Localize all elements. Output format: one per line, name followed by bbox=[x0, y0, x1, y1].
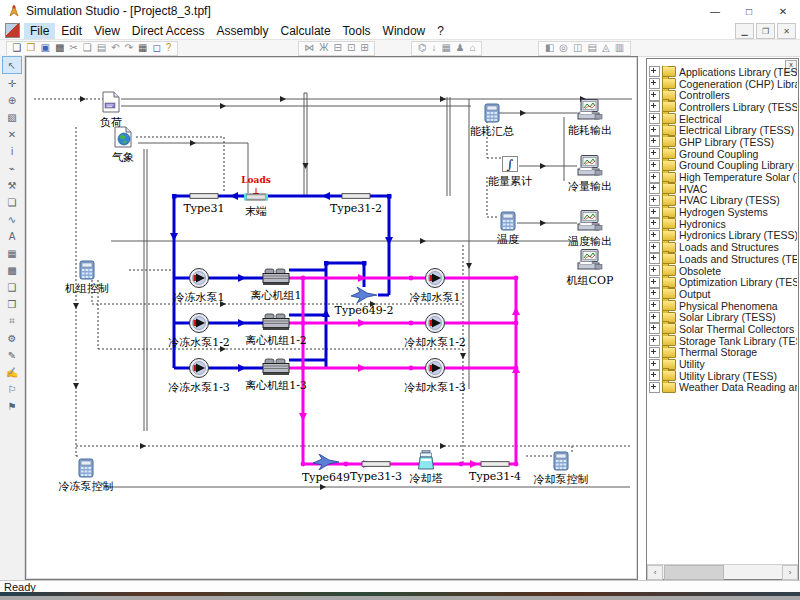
library-tree-item[interactable]: High Temperature Solar (TESS) bbox=[649, 171, 797, 183]
paste-icon[interactable]: ▤ bbox=[94, 42, 108, 54]
library-tree-item[interactable]: Physical Phenomena bbox=[649, 300, 797, 312]
expand-icon[interactable] bbox=[649, 136, 660, 147]
scroll-right-icon[interactable]: › bbox=[782, 565, 798, 580]
print-preview-icon[interactable]: ◻ bbox=[150, 42, 163, 54]
library-tree-item[interactable]: Electrical Library (TESS) bbox=[649, 124, 797, 136]
connection-tool-icon[interactable]: ∿ bbox=[3, 211, 21, 227]
open-icon[interactable]: ❒ bbox=[24, 42, 38, 54]
library-tree-item[interactable]: Obsolete bbox=[649, 265, 797, 277]
delete-tool-icon[interactable]: ✕ bbox=[3, 126, 21, 142]
tile-view-icon[interactable]: ⊞ bbox=[358, 42, 371, 54]
expand-icon[interactable] bbox=[649, 323, 660, 334]
expand-icon[interactable] bbox=[649, 242, 660, 253]
library-tree-item[interactable]: Applications Library (TESS) bbox=[649, 66, 797, 78]
mdi-restore-button[interactable]: ❐ bbox=[756, 23, 775, 39]
library-tree-item[interactable]: Utility bbox=[649, 358, 797, 370]
menu-window[interactable]: Window bbox=[377, 23, 432, 39]
expand-icon[interactable] bbox=[649, 335, 660, 346]
new-icon[interactable]: ❑ bbox=[10, 42, 24, 54]
paste-layer-tool-icon[interactable]: ❒ bbox=[3, 296, 21, 312]
library-tree-item[interactable]: Electrical bbox=[649, 113, 797, 125]
snapshot-icon[interactable]: ⌂ bbox=[467, 42, 478, 54]
expand-icon[interactable] bbox=[649, 207, 660, 218]
menu-file[interactable]: File bbox=[24, 23, 55, 39]
flag-on-tool-icon[interactable]: ⚑ bbox=[3, 398, 21, 414]
flag-off-tool-icon[interactable]: ⚐ bbox=[3, 381, 21, 397]
menu-view[interactable]: View bbox=[88, 23, 126, 39]
maximize-button[interactable]: □ bbox=[732, 0, 766, 22]
output-manager-icon[interactable]: ◧ bbox=[542, 42, 556, 54]
library-tree-item[interactable]: Utility Library (TESS) bbox=[649, 370, 797, 382]
menu-?[interactable]: ? bbox=[431, 23, 450, 39]
library-tree-item[interactable]: Loads and Structures bbox=[649, 241, 797, 253]
settings-tool-icon[interactable]: ⚙ bbox=[3, 330, 21, 346]
redo-icon[interactable]: ↷ bbox=[122, 42, 135, 54]
expand-icon[interactable] bbox=[649, 265, 660, 276]
expand-icon[interactable] bbox=[649, 277, 660, 288]
minimize-button[interactable]: — bbox=[698, 0, 732, 22]
expand-icon[interactable] bbox=[649, 78, 660, 89]
grid2-tool-icon[interactable]: ▩ bbox=[3, 262, 21, 278]
expand-icon[interactable] bbox=[649, 230, 660, 241]
expand-icon[interactable] bbox=[649, 101, 660, 112]
expand-icon[interactable] bbox=[649, 253, 660, 264]
select-tool-icon[interactable]: ↖ bbox=[2, 56, 22, 74]
pen-tool-icon[interactable]: ✎ bbox=[3, 347, 21, 363]
region-tool-icon[interactable]: ▧ bbox=[3, 109, 21, 125]
menu-calculate[interactable]: Calculate bbox=[275, 23, 337, 39]
library-tree-item[interactable]: Controllers Library (TESS) bbox=[649, 101, 797, 113]
file-list-icon[interactable]: ▤ bbox=[585, 42, 599, 54]
mdi-minimize-button[interactable]: ▁ bbox=[735, 23, 754, 39]
wrench-tool-icon[interactable]: ⚒ bbox=[3, 177, 21, 193]
expand-icon[interactable] bbox=[649, 370, 660, 381]
print-icon[interactable]: ▦ bbox=[135, 42, 149, 54]
build-icon[interactable]: ◬ bbox=[599, 42, 612, 54]
expand-icon[interactable] bbox=[649, 382, 660, 393]
library-tree-item[interactable]: Hydronics bbox=[649, 218, 797, 230]
library-tree-item[interactable]: HVAC bbox=[649, 183, 797, 195]
project-canvas[interactable]: Loads 负荷气象Type31末端Type31-2机组控制冷冻水泵1冷冻水泵1… bbox=[25, 56, 638, 580]
scroll-left-icon[interactable]: ‹ bbox=[647, 565, 663, 580]
log-viewer-icon[interactable]: ◎ bbox=[557, 42, 571, 54]
menu-edit[interactable]: Edit bbox=[55, 23, 88, 39]
lock-icon[interactable]: ◫ bbox=[571, 42, 585, 54]
expand-icon[interactable] bbox=[649, 347, 660, 358]
library-tree-item[interactable]: Output bbox=[649, 288, 797, 300]
link-tool-icon[interactable]: ⌁ bbox=[3, 160, 21, 176]
scrollbar-thumb[interactable] bbox=[664, 565, 724, 580]
help-icon[interactable]: ? bbox=[163, 42, 174, 54]
menu-tools[interactable]: Tools bbox=[337, 23, 377, 39]
library-tree-item[interactable]: Hydronics Library (TESS) bbox=[649, 230, 797, 242]
library-tree-item[interactable]: Solar Library (TESS) bbox=[649, 311, 797, 323]
project-window-icon[interactable] bbox=[5, 23, 20, 38]
copy-icon[interactable]: ❏ bbox=[80, 42, 94, 54]
expand-icon[interactable] bbox=[649, 90, 660, 101]
expand-icon[interactable] bbox=[649, 218, 660, 229]
info-tool-icon[interactable]: i bbox=[3, 143, 21, 159]
zoom-out-view-icon[interactable]: ⊟ bbox=[331, 42, 344, 54]
library-tree-item[interactable]: Cogeneration (CHP) Library (TESS) bbox=[649, 78, 797, 90]
component-tree-icon[interactable]: ⌬ bbox=[415, 42, 429, 54]
expand-icon[interactable] bbox=[649, 359, 660, 370]
save-all-icon[interactable]: ▩ bbox=[52, 42, 66, 54]
plug-tool-icon[interactable]: ⌗ bbox=[3, 313, 21, 329]
grid-tool-icon[interactable]: ▦ bbox=[3, 245, 21, 261]
probe-icon[interactable]: ♟ bbox=[453, 42, 467, 54]
close-button[interactable]: ✕ bbox=[766, 0, 800, 22]
library-tree-item[interactable]: Hydrogen Systems bbox=[649, 206, 797, 218]
run-tool-icon[interactable]: ✍ bbox=[3, 364, 21, 380]
report-icon[interactable]: ▥ bbox=[612, 42, 626, 54]
sort-down-icon[interactable]: ↓ bbox=[429, 42, 439, 54]
expand-icon[interactable] bbox=[649, 312, 660, 323]
text-tool-icon[interactable]: A bbox=[3, 228, 21, 244]
stamp-tool-icon[interactable]: ❏ bbox=[3, 194, 21, 210]
cut-icon[interactable]: ✂ bbox=[67, 42, 80, 54]
expand-icon[interactable] bbox=[649, 300, 660, 311]
menu-assembly[interactable]: Assembly bbox=[211, 23, 275, 39]
copy-layer-tool-icon[interactable]: ❑ bbox=[3, 279, 21, 295]
pan-tool-icon[interactable]: ✛ bbox=[3, 75, 21, 91]
mdi-close-button[interactable]: ✕ bbox=[777, 23, 796, 39]
library-tree-item[interactable]: Optimization Library (TESS) bbox=[649, 276, 797, 288]
library-tree-item[interactable]: Weather Data Reading and Processing bbox=[649, 382, 797, 394]
expand-icon[interactable] bbox=[649, 172, 660, 183]
